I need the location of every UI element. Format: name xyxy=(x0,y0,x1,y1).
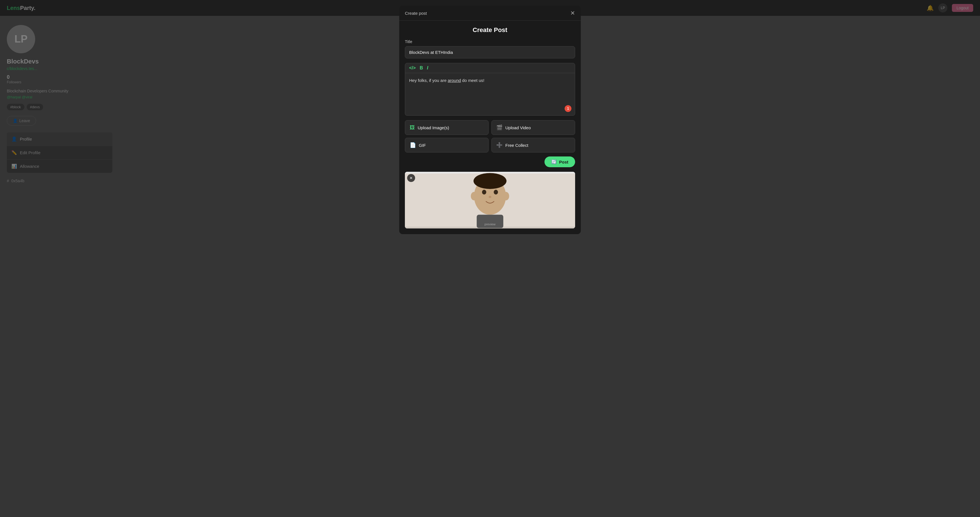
title-label: Title xyxy=(405,40,575,44)
modal-header: Create post ✕ xyxy=(399,6,581,21)
svg-point-6 xyxy=(471,192,477,200)
svg-point-7 xyxy=(503,192,509,200)
modal-header-title: Create post xyxy=(405,11,427,16)
svg-point-5 xyxy=(474,173,506,189)
editor-toolbar: </> B I xyxy=(405,63,575,73)
editor-area[interactable]: Hey folks, if you are around do meet us!… xyxy=(405,73,575,116)
post-row: 🔄 Post xyxy=(405,157,575,167)
upload-images-icon: 🖼 xyxy=(410,125,415,131)
upload-video-icon: 🎬 xyxy=(496,124,503,131)
post-icon: 🔄 xyxy=(551,159,557,164)
svg-point-2 xyxy=(482,190,486,194)
image-preview: ✕ xyxy=(405,172,575,228)
remove-image-button[interactable]: ✕ xyxy=(407,174,415,182)
modal-overlay: Create post ✕ Create Post Title </> B I … xyxy=(0,0,980,517)
upload-images-button[interactable]: 🖼 Upload Image(s) xyxy=(405,120,488,135)
title-input[interactable] xyxy=(405,46,575,59)
free-collect-icon: ➕ xyxy=(496,142,503,148)
svg-rect-8 xyxy=(477,215,503,228)
modal-body: Create Post Title </> B I Hey folks, if … xyxy=(399,21,581,234)
gif-icon: 📄 xyxy=(410,142,416,148)
create-post-modal: Create post ✕ Create Post Title </> B I … xyxy=(399,6,581,234)
svg-point-3 xyxy=(494,190,498,194)
editor-text: Hey folks, if you are around do meet us! xyxy=(409,77,571,84)
action-grid: 🖼 Upload Image(s) 🎬 Upload Video 📄 GIF ➕… xyxy=(405,120,575,152)
svg-point-4 xyxy=(488,196,491,198)
upload-video-button[interactable]: 🎬 Upload Video xyxy=(492,120,575,135)
modal-body-title: Create Post xyxy=(405,26,575,34)
bold-toolbar-button[interactable]: B xyxy=(420,65,423,71)
post-button[interactable]: 🔄 Post xyxy=(544,157,575,167)
counter-badge: 1 xyxy=(565,105,571,112)
preview-image: preview xyxy=(405,172,575,228)
underline-word: around xyxy=(448,78,461,83)
svg-text:preview: preview xyxy=(485,222,496,226)
free-collect-button[interactable]: ➕ Free Collect xyxy=(492,138,575,152)
code-toolbar-button[interactable]: </> xyxy=(409,65,416,71)
gif-button[interactable]: 📄 GIF xyxy=(405,138,488,152)
italic-toolbar-button[interactable]: I xyxy=(427,65,428,71)
close-modal-button[interactable]: ✕ xyxy=(570,10,575,16)
